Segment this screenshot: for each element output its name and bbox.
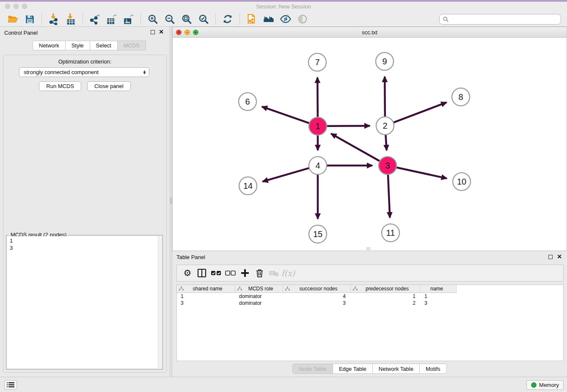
network-window-titlebar[interactable]: × − + scc.txt (173, 27, 567, 38)
graph-node-label: 7 (315, 58, 319, 67)
close-panel-icon[interactable]: ✕ (159, 29, 164, 35)
tab-network-table[interactable]: Network Table (373, 364, 420, 374)
gear-icon[interactable]: ⚙ (180, 266, 195, 280)
tab-edge-table[interactable]: Edge Table (333, 364, 373, 374)
zoom-fit-icon[interactable] (180, 13, 193, 25)
delete-icon[interactable] (252, 266, 267, 280)
column-header-predecessor-nodes[interactable]: predecessor nodes (351, 285, 421, 293)
graph-edge-1-7[interactable] (317, 77, 318, 118)
close-panel-button[interactable]: Close panel (87, 81, 131, 91)
graph-node-label: 11 (386, 228, 395, 237)
graph-node-label: 10 (457, 177, 466, 186)
table-toolbar: ⚙ (176, 265, 564, 282)
toolbar-separator (215, 14, 216, 25)
duplicate-network-icon[interactable] (245, 13, 259, 25)
zoom-in-icon[interactable] (146, 13, 160, 25)
tab-mcds[interactable]: MCDS (118, 41, 146, 50)
graph-edge-2-9[interactable] (385, 77, 385, 117)
graph-node-label: 2 (383, 121, 387, 130)
toolbar-separator (41, 14, 42, 25)
run-mcds-button[interactable]: Run MCDS (39, 81, 81, 91)
import-table-icon[interactable] (64, 13, 77, 25)
graph-edge-3-11[interactable] (388, 174, 390, 218)
export-image-icon[interactable] (122, 13, 135, 25)
splitter-grip[interactable] (170, 198, 172, 204)
column-header-shared-name[interactable]: shared name (177, 285, 235, 293)
deselect-all-icon[interactable] (223, 266, 238, 280)
table-cell: 1 (177, 293, 235, 300)
mcds-result-scrollbar[interactable] (158, 236, 162, 368)
save-session-icon[interactable] (23, 13, 36, 25)
node-table-header: shared nameMCDS rolesuccessor nodesprede… (177, 285, 563, 293)
toolbar-separator (239, 14, 240, 25)
search-field[interactable] (439, 14, 561, 25)
tab-select[interactable]: Select (90, 41, 118, 50)
graph-edge-3-1[interactable] (331, 134, 380, 162)
table-cell: 1 (421, 293, 457, 300)
export-table-icon[interactable] (105, 13, 118, 25)
graph-node-label: 8 (458, 92, 463, 102)
dropdown-selected-value: strongly connected component (24, 69, 143, 75)
zoom-selected-icon[interactable] (197, 13, 210, 25)
graph-edge-4-14[interactable] (263, 168, 310, 182)
zoom-out-icon[interactable] (163, 13, 176, 25)
function-builder-icon: f(x) (281, 266, 295, 280)
table-row[interactable]: 3dominator323 (177, 300, 563, 306)
tab-node-table[interactable]: Node Table (292, 364, 333, 374)
open-file-icon[interactable] (6, 13, 19, 25)
graph-node-label: 1 (315, 121, 320, 131)
split-view-icon[interactable] (195, 266, 209, 280)
search-icon (443, 16, 449, 22)
graph-edge-1-2[interactable] (326, 126, 370, 126)
float-table-panel-icon[interactable] (548, 255, 553, 259)
status-bar: Memory (0, 377, 567, 392)
column-header-name[interactable]: name (421, 285, 457, 293)
toolbar-separator (140, 14, 141, 25)
canvas-grip[interactable] (366, 247, 370, 250)
optimization-criterion-dropdown[interactable]: strongly connected component ▲▼ (19, 67, 149, 77)
show-hide-graphics-icon[interactable] (262, 13, 275, 25)
hide-details-icon[interactable] (279, 13, 292, 25)
graph-edge-2-8[interactable] (393, 102, 447, 123)
tab-style[interactable]: Style (66, 41, 90, 50)
mcds-result-list[interactable]: 1 3 (7, 236, 158, 368)
control-panel-tabs: Network Style Select MCDS (33, 41, 146, 50)
table-cell: 4 (283, 293, 351, 300)
import-network-icon[interactable] (47, 13, 61, 25)
graph-node-label: 4 (315, 161, 320, 170)
graph-edge-3-10[interactable] (396, 167, 447, 178)
table-row[interactable]: 1dominator411 (177, 293, 563, 300)
tab-network[interactable]: Network (33, 41, 66, 50)
dropdown-stepper-icon: ▲▼ (143, 70, 146, 75)
titlebar: Session: New Session (0, 2, 567, 12)
table-cell: dominator (235, 300, 283, 306)
export-network-icon[interactable] (88, 13, 102, 25)
refresh-icon[interactable] (221, 13, 234, 25)
table-cell: 3 (421, 300, 457, 306)
network-view-window: × − + scc.txt 7968124314101511 (172, 27, 567, 251)
add-column-icon[interactable] (238, 266, 252, 280)
table-cell: 1 (351, 293, 421, 300)
column-header-MCDS-role[interactable]: MCDS role (235, 285, 283, 293)
graph-edge-2-3[interactable] (385, 134, 386, 150)
table-cell: dominator (235, 293, 283, 300)
optimization-criterion-label: Optimization criterion: (3, 58, 166, 65)
eye-disabled-icon (296, 13, 309, 25)
search-input[interactable] (449, 16, 558, 22)
select-all-icon[interactable] (209, 266, 223, 280)
memory-status-dot (531, 382, 537, 388)
control-panel-title: Control Panel (4, 30, 38, 36)
memory-button[interactable]: Memory (526, 380, 564, 390)
graph-node-label: 15 (313, 229, 322, 239)
tab-motifs[interactable]: Motifs (420, 364, 447, 374)
control-panel: Control Panel ✕ Network Style Select MCD… (0, 27, 170, 377)
network-canvas[interactable]: 7968124314101511 (173, 38, 567, 251)
task-history-button[interactable] (4, 380, 17, 389)
node-table-body: 1dominator4113dominator323 (177, 293, 563, 306)
close-table-panel-icon[interactable]: ✕ (557, 254, 562, 259)
column-header-successor-nodes[interactable]: successor nodes (283, 285, 351, 293)
float-panel-icon[interactable] (151, 30, 155, 34)
application-window: Session: New Session (0, 0, 567, 392)
table-cell: 3 (177, 300, 235, 306)
graph-edge-1-6[interactable] (262, 107, 310, 124)
